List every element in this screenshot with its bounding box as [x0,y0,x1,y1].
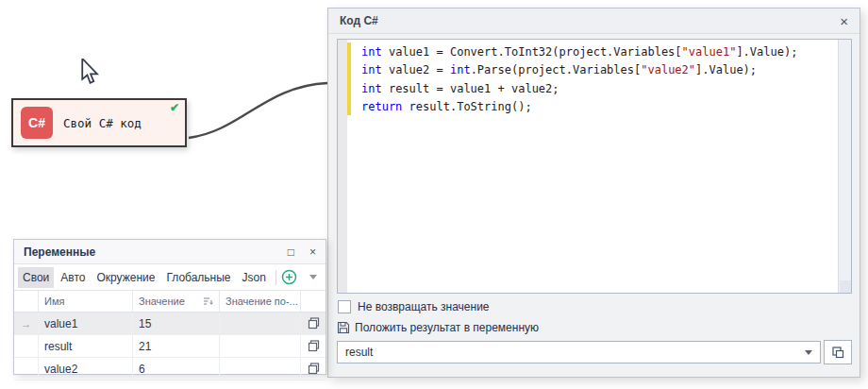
variable-name-cell[interactable]: result [39,335,133,357]
variable-picker-button[interactable] [824,340,852,364]
variable-copy-cell[interactable] [301,358,326,380]
editor-gutter [338,40,347,293]
variable-name-cell[interactable]: value1 [39,313,133,334]
tab-свои[interactable]: Свои [18,267,54,288]
code-panel-title: Код C# [340,14,378,27]
workflow-designer: { "canvas": { "node": { "icon_label": "C… [0,0,868,389]
tab-json[interactable]: Json [238,267,271,288]
variables-title: Переменные [24,245,95,259]
no-return-checkbox[interactable] [338,300,351,313]
tab-авто[interactable]: Авто [56,267,90,288]
variables-rows: →value115result21value26 [14,313,326,381]
variables-tabs: СвоиАвтоОкружениеГлобальныеJson [14,264,326,291]
result-variable-combobox[interactable]: result [337,341,821,364]
column-value: Значение [133,291,220,312]
code-panel-header: Код C# × [328,8,860,34]
variable-value-cell[interactable]: 6 [133,358,220,380]
code-editor-panel: Код C# × int value1 = Convert.ToInt32(pr… [327,8,860,378]
code-line: return result.ToString(); [361,98,836,116]
variable-default-cell[interactable] [220,335,301,357]
table-row[interactable]: value26 [14,358,326,381]
save-result-row: Положить результат в переменную [337,321,539,334]
row-indicator [14,358,39,380]
code-editor[interactable]: int value1 = Convert.ToInt32(project.Var… [337,39,852,294]
variable-value-cell[interactable]: 21 [133,335,220,357]
node-label: Свой C# код [63,116,142,130]
no-return-label: Не возвращать значение [358,300,490,313]
code-lines: int value1 = Convert.ToInt32(project.Var… [361,43,836,116]
copy-icon[interactable] [308,363,320,375]
chevron-down-icon[interactable] [805,350,812,355]
row-indicator: → [14,313,39,334]
add-variable-button[interactable] [280,268,299,287]
variable-default-cell[interactable] [220,313,301,334]
tabs-separator [275,270,276,285]
csharp-icon: C# [21,107,53,139]
column-name: Имя [39,291,133,312]
mouse-cursor-icon [80,59,101,85]
variables-titlebar: Переменные □ × [14,240,326,264]
variable-copy-cell[interactable] [301,335,326,357]
variables-icon [831,346,845,360]
code-line: int value1 = Convert.ToInt32(project.Var… [361,43,836,61]
sort-icon[interactable] [203,296,213,306]
maximize-icon[interactable]: □ [288,246,294,258]
tab-окружение[interactable]: Окружение [92,267,159,288]
column-default: Значение по-... [220,291,301,312]
tab-глобальные[interactable]: Глобальные [161,267,235,288]
success-check-icon: ✔ [170,101,179,114]
variables-panel: Переменные □ × СвоиАвтоОкружениеГлобальн… [13,239,326,375]
close-icon[interactable]: × [840,14,848,28]
copy-icon[interactable] [308,340,320,352]
variable-name-cell[interactable]: value2 [39,358,133,380]
no-return-row: Не возвращать значение [338,300,490,313]
close-icon[interactable]: × [309,246,316,258]
variable-copy-cell[interactable] [301,313,326,334]
row-indicator [14,335,39,357]
copy-icon[interactable] [308,317,320,330]
variables-table-header: Имя Значение Значение по-... [14,291,326,313]
variable-default-cell[interactable] [220,358,301,380]
column-actions [301,291,326,312]
code-line: int result = value1 + value2; [361,80,836,98]
save-result-label: Положить результат в переменную [355,321,539,334]
chevron-down-icon[interactable] [309,275,317,279]
scrollbar-corner [840,280,851,293]
activity-node-csharp-code[interactable]: C# Свой C# код ✔ [11,98,187,147]
save-icon [337,321,350,334]
table-row[interactable]: result21 [14,335,326,358]
table-row[interactable]: →value115 [14,313,326,335]
variable-value-cell[interactable]: 15 [133,313,220,334]
code-line: int value2 = int.Parse(project.Variables… [361,61,836,79]
result-variable-value: result [345,346,373,359]
row-indicator-header [14,291,39,312]
modified-lines-bar [347,42,351,115]
editor-vertical-scrollbar[interactable] [838,40,851,293]
plus-circle-icon [281,269,297,285]
